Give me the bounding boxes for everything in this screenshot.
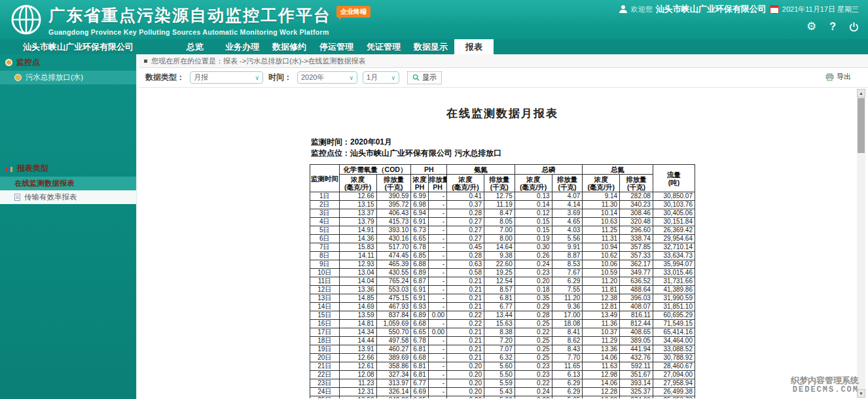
- sidebar: 监控点 污水总排放口(水) 报表类型 在线监测数据报表 传输有效率报表: [0, 54, 137, 399]
- table-cell: 488.64: [620, 286, 653, 294]
- logout-power-icon[interactable]: [849, 22, 859, 32]
- table-cell: -: [428, 252, 446, 260]
- table-cell: 12.28: [583, 388, 620, 396]
- table-cell: 3.69: [552, 209, 583, 218]
- table-cell: 5.06: [484, 396, 515, 399]
- nav-tabs: 总览 业务办理 数据修约 停运管理 凭证管理 数据显示 报表: [172, 39, 494, 54]
- table-cell: 8.57: [484, 286, 515, 294]
- table-cell: 497.58: [376, 337, 411, 345]
- monitor-point-label: 监控点位：: [311, 148, 350, 158]
- table-cell: 415.73: [376, 218, 411, 226]
- magnifier-icon: [412, 74, 420, 81]
- sidebar-item-transmission-efficiency-report[interactable]: 传输有效率报表: [0, 190, 136, 204]
- show-button-label: 显示: [422, 73, 437, 82]
- tab-reports[interactable]: 报表: [454, 39, 494, 54]
- table-cell: 6.99: [411, 192, 428, 201]
- table-cell: 517.70: [376, 243, 411, 252]
- table-header-cell: 氨氮: [447, 165, 515, 175]
- table-subheader-cell: 排放量(千克): [620, 175, 653, 192]
- settings-gear-icon[interactable]: ⚙: [806, 21, 816, 33]
- table-cell: 0.63: [447, 260, 484, 269]
- table-cell: 0.21: [447, 277, 484, 286]
- tab-data-revision[interactable]: 数据修约: [266, 39, 313, 54]
- table-subheader-cell: 浓度(毫克/升): [447, 175, 484, 192]
- tab-data-display[interactable]: 数据显示: [407, 39, 454, 54]
- table-cell: 6.91: [411, 218, 428, 226]
- table-cell: 30,151.84: [653, 218, 695, 226]
- table-cell: -: [428, 320, 446, 328]
- header-line: 浓度: [340, 175, 376, 183]
- table-cell: 33,634.73: [653, 252, 695, 260]
- table-cell: 6.65: [411, 235, 428, 243]
- table-cell: 0.13: [515, 192, 552, 201]
- bar-chart-icon: [5, 165, 13, 172]
- table-cell: 6.29: [552, 379, 583, 388]
- tab-shutdown-mgmt[interactable]: 停运管理: [313, 39, 360, 54]
- year-select[interactable]: 2020年 ∨: [297, 71, 357, 84]
- table-cell: 1,059.69: [376, 320, 411, 328]
- table-cell: 14.11: [339, 252, 376, 260]
- table-cell: 7日: [310, 243, 340, 252]
- table-cell: 31,731.66: [653, 277, 695, 286]
- export-button[interactable]: 导出: [825, 72, 851, 82]
- sidebar-item-online-monitoring-report[interactable]: 在线监测数据报表: [0, 177, 136, 190]
- table-cell: 10.14: [583, 209, 620, 218]
- tab-business[interactable]: 业务办理: [219, 39, 266, 54]
- table-cell: 8日: [310, 252, 340, 260]
- table-cell: 0.41: [447, 192, 484, 201]
- watermark-line1: 织梦内容管理系统: [791, 375, 859, 385]
- app-root: 广东省重点污染源自动监控工作平台企业终端 Guangdong Province …: [0, 0, 868, 399]
- scroll-up-icon[interactable]: ▲: [857, 89, 865, 97]
- table-cell: 8.43: [552, 345, 583, 354]
- table-cell: 7.00: [484, 226, 515, 235]
- table-row: 21日12.61358.866.81-0.205.600.2311.6511.6…: [310, 362, 695, 371]
- data-type-select[interactable]: 月报 ∨: [190, 71, 263, 84]
- table-row: 9日12.93465.396.88-0.6322.600.248.5310.06…: [310, 260, 695, 269]
- table-cell: 30,405.06: [653, 209, 695, 218]
- table-cell: 33,015.46: [653, 269, 695, 277]
- tab-overview[interactable]: 总览: [172, 39, 219, 54]
- table-cell: 8.05: [484, 218, 515, 226]
- help-icon[interactable]: ?: [829, 21, 836, 33]
- table-cell: 441.94: [620, 345, 653, 354]
- table-cell: 296.60: [620, 226, 653, 235]
- table-cell: -: [428, 337, 446, 345]
- table-cell: 7.20: [484, 337, 515, 345]
- table-cell: 6.88: [411, 260, 428, 269]
- calendar-icon: [770, 5, 779, 14]
- table-cell: 30,850.07: [653, 192, 695, 201]
- table-row: 19日13.91460.276.81-0.217.070.258.4313.36…: [310, 345, 695, 354]
- table-cell: 7.55: [552, 286, 583, 294]
- platform-title: 广东省重点污染源自动监控工作平台: [48, 6, 331, 24]
- table-row: 5日14.91393.106.73-0.277.000.154.0311.252…: [310, 226, 695, 235]
- table-header-cell: 监测时间: [310, 165, 340, 192]
- sidebar-section-title: 报表类型: [17, 163, 48, 174]
- table-cell: 0.24: [515, 388, 552, 396]
- table-cell: -: [428, 354, 446, 362]
- scrollbar-thumb[interactable]: [858, 98, 865, 153]
- table-header-row: 监测时间化学需氧量（COD）PH氨氮总磷总氮流量(吨): [310, 165, 695, 175]
- table-cell: 14.91: [339, 226, 376, 235]
- table-cell: 41,389.86: [653, 286, 695, 294]
- table-cell: 11.25: [583, 226, 620, 235]
- table-cell: 11.23: [339, 379, 376, 388]
- table-cell: 6.78: [411, 337, 428, 345]
- table-cell: 282.08: [620, 192, 653, 201]
- sidebar-item-sewage-outlet[interactable]: 污水总排放口(水): [0, 71, 136, 84]
- month-select[interactable]: 1月 ∨: [363, 71, 399, 84]
- table-cell: 6.32: [484, 354, 515, 362]
- table-cell: 357.85: [620, 243, 653, 252]
- filter-bar: 数据类型： 月报 ∨ 时间： 2020年 ∨ 1月 ∨: [139, 68, 868, 88]
- table-cell: 0.27: [447, 218, 484, 226]
- tab-certificate-mgmt[interactable]: 凭证管理: [360, 39, 407, 54]
- table-cell: 308.46: [620, 209, 653, 218]
- table-row: 8日14.11474.456.85-0.289.380.268.8710.623…: [310, 252, 695, 260]
- table-cell: 13.36: [339, 286, 376, 294]
- table-cell: 6.81: [411, 345, 428, 354]
- show-button[interactable]: 显示: [407, 71, 442, 84]
- vertical-scrollbar[interactable]: ▲ ▼: [857, 89, 865, 398]
- printer-icon: [825, 73, 834, 81]
- target-icon: [5, 59, 12, 66]
- table-cell: 389.05: [620, 337, 653, 345]
- table-cell: 12.31: [339, 388, 376, 396]
